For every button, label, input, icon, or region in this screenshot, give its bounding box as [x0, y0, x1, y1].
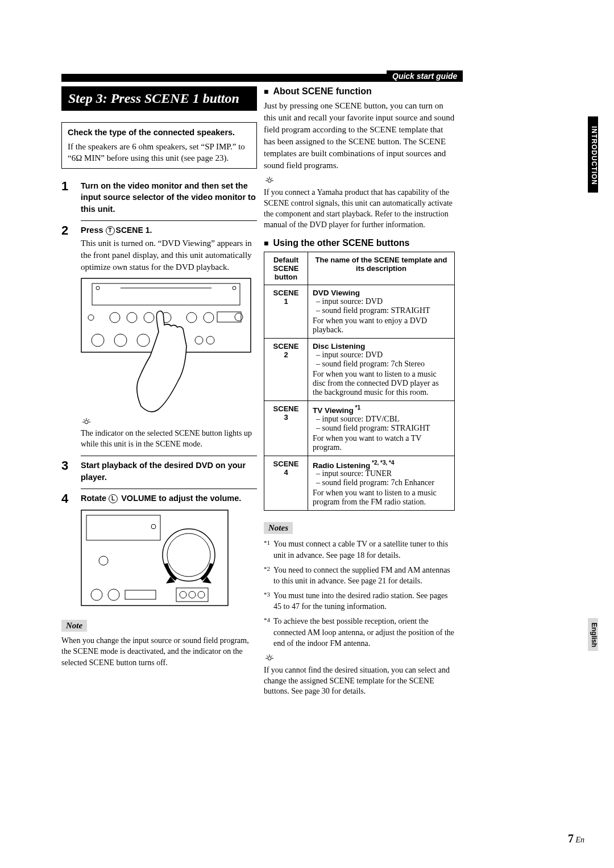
note-marker: *3 — [264, 590, 270, 612]
right-column: ■About SCENE function Just by pressing o… — [264, 86, 455, 700]
scene-template-for: For when you want to watch a TV program. — [313, 434, 450, 452]
tip-icon — [264, 176, 275, 184]
note-item: *2You need to connect the supplied FM an… — [264, 565, 455, 587]
scene-template-for: For when you want to listen to a music p… — [313, 489, 450, 507]
table-row: SCENE3TV Viewing *1– input source: DTV/C… — [264, 401, 455, 456]
note-marker: *1 — [264, 539, 270, 561]
svg-line-52 — [271, 656, 272, 657]
svg-line-45 — [267, 178, 268, 179]
scene-template-for: For when you want to enjoy a DVD playbac… — [313, 316, 450, 335]
left-note-text: When you change the input source or soun… — [61, 635, 257, 669]
step-4-head-pre: Rotate — [81, 494, 109, 503]
step-number: 2 — [61, 224, 74, 273]
step-1: 1 Turn on the video monitor and then set… — [61, 180, 257, 215]
step-3: 3 Start playback of the desired DVD on y… — [61, 460, 257, 483]
step-list: 1 Turn on the video monitor and then set… — [61, 180, 257, 612]
note-text: To achieve the best possible reception, … — [273, 616, 455, 649]
step-divider — [81, 220, 257, 221]
scene-template-line: – sound field program: STRAIGHT — [313, 424, 450, 433]
check-speakers-title: Check the type of the connected speakers… — [68, 127, 251, 139]
scene-template-line: – input source: DVD — [313, 350, 450, 360]
svg-rect-36 — [125, 590, 156, 599]
table-row: SCENE2Disc Listening– input source: DVD–… — [264, 339, 455, 401]
note-item: *4To achieve the best possible reception… — [264, 616, 455, 649]
svg-point-34 — [91, 589, 102, 600]
side-tab-english: English — [588, 618, 598, 651]
svg-point-18 — [195, 336, 203, 344]
page-number-lang: En — [575, 836, 584, 844]
check-speakers-body: If the speakers are 6 ohm speakers, set … — [68, 142, 245, 162]
table-row: SCENE1DVD Viewing– input source: DVD– so… — [264, 285, 455, 339]
step-4: 4 Rotate L VOLUME to adjust the volume. — [61, 493, 257, 505]
note-label: Note — [61, 620, 87, 632]
svg-point-9 — [186, 312, 197, 323]
page-number: 7 En — [568, 832, 584, 845]
scene-table: Default SCENE button The name of the SCE… — [264, 252, 455, 511]
svg-point-39 — [198, 591, 205, 598]
scene-template-name: TV Viewing *1 — [313, 404, 450, 415]
svg-rect-1 — [92, 283, 240, 305]
using-scene-heading: ■Using the other SCENE buttons — [264, 238, 455, 248]
step-1-head: Turn on the video monitor and then set t… — [81, 180, 257, 215]
scene-template-name: Disc Listening — [313, 342, 450, 350]
left-note-block: Note When you change the input source or… — [61, 614, 257, 669]
step-number: 4 — [61, 493, 74, 505]
svg-point-5 — [110, 312, 120, 323]
svg-point-10 — [204, 312, 214, 323]
scene-template-line: – sound field program: STRAIGHT — [313, 306, 450, 315]
about-scene-heading: ■About SCENE function — [264, 86, 455, 97]
check-speakers-box: Check the type of the connected speakers… — [61, 122, 257, 169]
svg-line-25 — [88, 419, 89, 420]
left-column: Step 3: Press SCENE 1 button Check the t… — [61, 86, 257, 669]
step-3-head: Start playback of the desired DVD on you… — [81, 460, 257, 483]
notes-final-tip: If you cannot find the desired situation… — [264, 654, 455, 698]
note-marker: *2 — [264, 565, 270, 587]
step-4-head: Rotate L VOLUME to adjust the volume. — [81, 493, 257, 504]
step-2-head-pre: Press — [81, 226, 106, 235]
svg-line-51 — [267, 656, 268, 657]
tip-icon — [81, 418, 92, 425]
step-divider — [81, 456, 257, 456]
step-2-head: Press TSCENE 1. — [81, 224, 257, 236]
step-2-body: This unit is turned on. “DVD Viewing” ap… — [81, 237, 257, 273]
svg-rect-27 — [86, 515, 160, 540]
side-tab-introduction: INTRODUCTION — [588, 116, 598, 193]
circled-letter: L — [109, 494, 118, 503]
scene-desc-cell: DVD Viewing– input source: DVD– sound fi… — [308, 285, 455, 339]
page-number-value: 7 — [568, 832, 574, 845]
scene-desc-cell: Radio Listening *2, *3, *4– input source… — [308, 456, 455, 511]
step-2-head-post: SCENE 1. — [116, 226, 152, 235]
svg-point-37 — [180, 591, 186, 598]
note-text: You must tune into the desired radio sta… — [273, 590, 455, 612]
svg-line-46 — [271, 178, 272, 179]
svg-point-14 — [92, 334, 104, 347]
step-number: 1 — [61, 180, 74, 215]
scene-button-cell: SCENE4 — [264, 456, 308, 511]
note-text: You must connect a cable TV or a satelli… — [273, 539, 455, 561]
notes-list: *1You must connect a cable TV or a satel… — [264, 539, 455, 649]
step-2-tip-text: The indicator on the selected SCENE butt… — [81, 428, 257, 450]
step-heading: Step 3: Press SCENE 1 button — [61, 86, 257, 111]
step-number: 3 — [61, 460, 74, 483]
scene-template-line: – sound field program: 7ch Enhancer — [313, 478, 450, 487]
note-item: *1You must connect a cable TV or a satel… — [264, 539, 455, 561]
scene-button-cell: SCENE2 — [264, 339, 308, 401]
square-bullet-icon: ■ — [264, 87, 268, 96]
note-item: *3You must tune into the desired radio s… — [264, 590, 455, 612]
scene-table-h2: The name of the SCENE template and its d… — [308, 252, 455, 285]
guide-label: Quick start guide — [387, 70, 463, 82]
svg-line-24 — [84, 419, 85, 420]
scene-desc-cell: TV Viewing *1– input source: DTV/CBL– so… — [308, 401, 455, 456]
table-row: SCENE4Radio Listening *2, *3, *4– input … — [264, 456, 455, 511]
scene-template-name: DVD Viewing — [313, 289, 450, 297]
scene-desc-cell: Disc Listening– input source: DVD– sound… — [308, 339, 455, 401]
scene-template-line: – input source: TUNER — [313, 469, 450, 478]
svg-point-7 — [144, 312, 154, 323]
about-scene-tip-text: If you connect a Yamaha product that has… — [264, 187, 455, 231]
notes-label: Notes — [264, 522, 293, 534]
step-2: 2 Press TSCENE 1. This unit is turned on… — [61, 224, 257, 273]
square-bullet-icon: ■ — [264, 239, 268, 248]
manual-page: Quick start guide INTRODUCTION English 7… — [0, 0, 614, 868]
svg-point-20 — [85, 420, 88, 424]
scene-template-line: – input source: DVD — [313, 297, 450, 306]
